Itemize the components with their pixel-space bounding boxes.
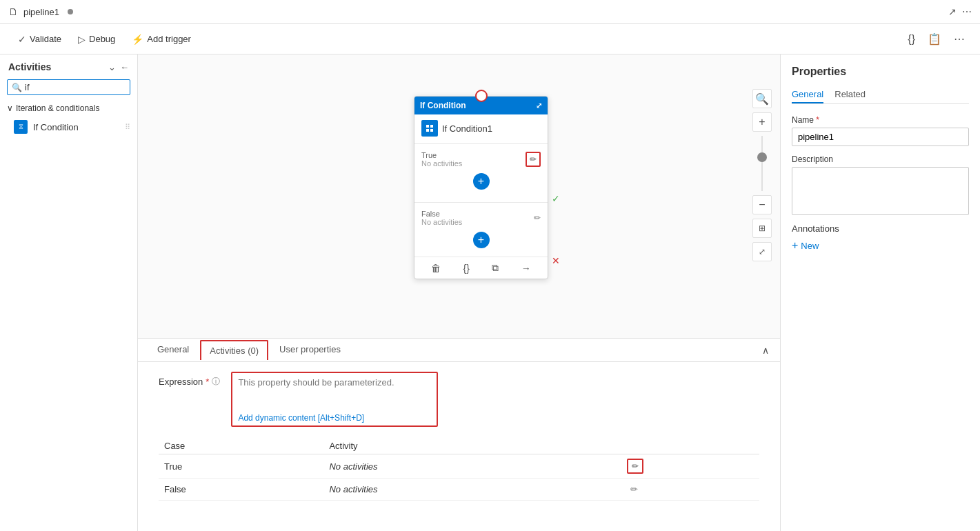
collapse-icon[interactable]: ⌄ [108,62,116,72]
sidebar-item-label: If Condition [33,122,79,132]
case-table-header-row: Case Activity [159,438,759,454]
case-table-body: True No activities ✏ False No activities… [159,454,759,501]
node-code-button[interactable]: {} [461,261,472,275]
node-false-edit-button[interactable]: ✏ [534,213,541,223]
tab-activities[interactable]: Activities (0) [200,340,268,360]
debug-button[interactable]: ▷ Debug [71,30,122,48]
node-activity-name: If Condition1 [442,123,492,134]
debug-icon: ▷ [78,34,86,45]
node-true-row: True No activities ✏ [421,151,541,168]
template-button[interactable]: 📋 [923,30,946,48]
case-false-edit-button[interactable]: ✏ [627,483,641,496]
node-activity-icon [421,120,438,137]
case-true-activity: No activities [323,454,621,479]
tab-user-properties[interactable]: User properties [271,339,349,361]
category-label: Iteration & conditionals [16,103,99,113]
case-table: Case Activity True No activities ✏ [159,438,759,501]
expression-textarea[interactable] [232,373,437,409]
props-tab-general[interactable]: General [792,86,823,103]
props-tab-related[interactable]: Related [834,86,866,103]
if-condition-icon: ⧖ [14,120,28,134]
toolbar-more-button[interactable]: ⋯ [950,30,969,48]
search-box[interactable]: 🔍 [7,79,130,95]
search-zoom-button[interactable]: 🔍 [752,89,772,108]
title-bar: 🗋 pipeline1 ↗ ⋯ [0,0,980,24]
description-textarea[interactable] [792,167,969,215]
true-status-check: ✓ [552,193,560,204]
false-status-x: ✕ [552,255,560,266]
case-table-head: Case Activity [159,438,759,454]
canvas-area[interactable]: If Condition ⤢ If Condition1 [138,54,780,338]
search-input[interactable] [25,82,126,92]
node-true-edit-button[interactable]: ✏ [526,152,541,167]
svg-rect-3 [430,129,433,132]
main-layout: Activities ⌄ ← 🔍 ∨ Iteration & condition… [0,54,980,531]
properties-panel: Properties General Related Name * Descri… [780,54,980,531]
validate-button[interactable]: ✓ Validate [11,30,68,48]
zoom-controls: 🔍 + − ⊞ ⤢ [752,89,772,261]
case-header-action [621,438,759,454]
tab-general[interactable]: General [149,339,197,361]
trigger-icon: ⚡ [132,34,143,45]
expression-label: Expression * ⓘ [159,372,220,388]
node-true-labels: True No activities [421,151,462,168]
pipeline-icon: 🗋 [8,6,18,17]
more-icon[interactable]: ⋯ [962,6,972,17]
node-delete-button[interactable]: 🗑 [428,261,443,275]
expression-row: Expression * ⓘ Add dynamic content [Alt+… [159,372,759,427]
node-expand-icon[interactable]: ⤢ [536,101,542,110]
new-annotation-plus-icon: + [792,239,798,252]
node-false-label: False [421,210,462,218]
table-row: False No activities ✏ [159,479,759,501]
zoom-out-button[interactable]: − [752,195,772,214]
if-condition-node: If Condition ⤢ If Condition1 [414,96,548,279]
node-false-add-button[interactable]: + [473,232,490,248]
name-input[interactable] [792,128,969,146]
node-false-section: False No activities ✏ + [414,207,548,257]
toolbar: ✓ Validate ▷ Debug ⚡ Add trigger {} 📋 ⋯ [0,24,980,54]
code-button[interactable]: {} [903,30,919,48]
node-divider-2 [414,202,548,203]
toolbar-right: {} 📋 ⋯ [903,30,969,48]
properties-title: Properties [792,66,969,78]
node-true-sub: No activities [421,159,462,168]
node-divider-1 [414,143,548,144]
node-copy-button[interactable]: ⧉ [489,261,501,275]
expand-icon[interactable]: ↗ [948,6,957,17]
search-icon: 🔍 [12,83,22,92]
node-header-icons: ⤢ [536,101,542,110]
zoom-expand-button[interactable]: ⤢ [752,242,772,261]
case-false-activity: No activities [323,479,621,501]
description-field-label: Description [792,154,969,164]
add-trigger-button[interactable]: ⚡ Add trigger [125,30,198,48]
node-top-circle [475,90,488,102]
arrow-icon[interactable]: ← [120,62,129,72]
new-annotation-button[interactable]: + New [792,239,969,252]
sidebar-header: Activities ⌄ ← [0,54,137,77]
case-false-label: False [159,479,323,501]
zoom-slider[interactable] [761,136,763,191]
title-bar-actions: ↗ ⋯ [948,6,972,17]
case-true-edit-button[interactable]: ✏ [627,459,643,474]
sidebar-title: Activities [8,61,51,72]
sidebar-header-icons: ⌄ ← [108,62,129,72]
bottom-collapse-button[interactable]: ∧ [762,345,769,356]
dynamic-content-link[interactable]: Add dynamic content [Alt+Shift+D] [232,412,437,425]
node-true-add-button[interactable]: + [473,173,490,190]
sidebar-category[interactable]: ∨ Iteration & conditionals [0,101,137,116]
drag-handle: ⠿ [125,123,130,132]
svg-rect-0 [426,125,429,128]
node-false-labels: False No activities [421,210,462,226]
expression-info-icon[interactable]: ⓘ [212,376,220,388]
sidebar-item-ifcondition[interactable]: ⧖ If Condition ⠿ [0,116,137,138]
zoom-fit-button[interactable]: ⊞ [752,219,772,238]
annotations-label: Annotations [792,223,969,234]
node-header-title: If Condition [420,101,466,110]
pipeline-title: pipeline1 [23,7,59,17]
canvas-wrapper: If Condition ⤢ If Condition1 [138,54,780,531]
expression-input-wrap: Add dynamic content [Alt+Shift+D] [231,372,438,427]
zoom-in-button[interactable]: + [752,112,772,132]
zoom-slider-thumb[interactable] [757,152,767,162]
node-arrow-button[interactable]: → [519,261,534,275]
case-header-activity: Activity [323,438,621,454]
